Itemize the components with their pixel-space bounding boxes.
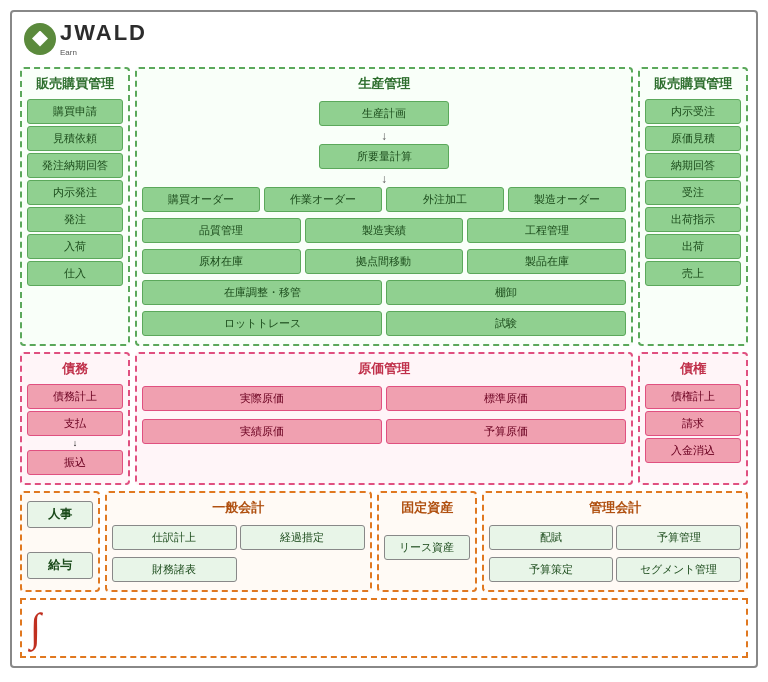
sales-left-title: 販売購買管理 xyxy=(27,75,123,93)
prod-row4: 原材在庫 拠点間移動 製品在庫 xyxy=(142,247,626,276)
sr-item-4[interactable]: 出荷指示 xyxy=(645,207,741,232)
prod-tanaoroshi[interactable]: 棚卸 xyxy=(386,280,626,305)
sales-right-title: 販売購買管理 xyxy=(645,75,741,93)
mgmt-acc-section: 管理会計 配賦 予算管理 予算策定 セグメント管理 xyxy=(482,491,749,592)
prod-zaiko-choseii[interactable]: 在庫調整・移管 xyxy=(142,280,382,305)
row1: 販売購買管理 購買申請 見積依頼 発注納期回答 内示発注 発注 入荷 仕入 生産… xyxy=(20,67,748,346)
prod-shoyoryo[interactable]: 所要量計算 xyxy=(319,144,449,169)
debt-arrow: ↓ xyxy=(27,438,123,448)
sl-item-1[interactable]: 見積依頼 xyxy=(27,126,123,151)
general-acc-title: 一般会計 xyxy=(112,499,365,517)
sl-item-3[interactable]: 内示発注 xyxy=(27,180,123,205)
sr-item-0[interactable]: 内示受注 xyxy=(645,99,741,124)
debt-item-2[interactable]: 振込 xyxy=(27,450,123,475)
sr-item-1[interactable]: 原価見積 xyxy=(645,126,741,151)
mgmt-item-2[interactable]: 予算策定 xyxy=(489,557,614,582)
hr-salary-btn[interactable]: 給与 xyxy=(27,552,93,579)
sr-item-2[interactable]: 納期回答 xyxy=(645,153,741,178)
credit-title: 債権 xyxy=(645,360,741,378)
sl-item-4[interactable]: 発注 xyxy=(27,207,123,232)
logo-icon xyxy=(24,23,56,55)
gacc-item-1[interactable]: 経過措定 xyxy=(240,525,365,550)
sl-item-0[interactable]: 購買申請 xyxy=(27,99,123,124)
prod-kounyu-order[interactable]: 購買オーダー xyxy=(142,187,260,212)
sales-left-section: 販売購買管理 購買申請 見積依頼 発注納期回答 内示発注 発注 入荷 仕入 xyxy=(20,67,130,346)
sr-item-6[interactable]: 売上 xyxy=(645,261,741,286)
logo-sub: Earn xyxy=(60,48,147,57)
row3: 人事 給与 一般会計 仕訳計上 経過措定 財務諸表 固定資産 リース資産 xyxy=(20,491,748,592)
cost-item-1[interactable]: 標準原価 xyxy=(386,386,626,411)
production-section: 生産管理 生産計画 ↓ 所要量計算 ↓ 購買オーダー 作業オーダー 外注加工 製… xyxy=(135,67,633,346)
sr-item-5[interactable]: 出荷 xyxy=(645,234,741,259)
sl-item-6[interactable]: 仕入 xyxy=(27,261,123,286)
prod-koutei[interactable]: 工程管理 xyxy=(467,218,626,243)
cost-item-0[interactable]: 実際原価 xyxy=(142,386,382,411)
logo-main: JWALD xyxy=(60,20,147,46)
spacer xyxy=(27,530,93,550)
fixed-assets-title: 固定資産 xyxy=(384,499,470,517)
logo-block: JWALD Earn xyxy=(60,20,147,57)
production-title: 生産管理 xyxy=(142,75,626,93)
debt-item-0[interactable]: 債務計上 xyxy=(27,384,123,409)
cost-item-3[interactable]: 予算原価 xyxy=(386,419,626,444)
page-wrapper: JWALD Earn 販売購買管理 購買申請 見積依頼 発注納期回答 内示発注 … xyxy=(10,10,758,668)
cost-section: 原価管理 実際原価 標準原価 実績原価 予算原価 xyxy=(135,352,633,485)
gacc-item-2[interactable]: 財務諸表 xyxy=(112,557,237,582)
general-acc-grid: 仕訳計上 経過措定 財務諸表 xyxy=(112,523,365,584)
prod-row3: 品質管理 製造実績 工程管理 xyxy=(142,216,626,245)
general-acc-section: 一般会計 仕訳計上 経過措定 財務諸表 xyxy=(105,491,372,592)
prod-seihin-zaiko[interactable]: 製品在庫 xyxy=(467,249,626,274)
hr-section: 人事 給与 xyxy=(20,491,100,592)
prod-gaichuu[interactable]: 外注加工 xyxy=(386,187,504,212)
prod-kyoten[interactable]: 拠点間移動 xyxy=(305,249,464,274)
credit-section: 債権 債権計上 請求 入金消込 xyxy=(638,352,748,485)
prod-seizo-jisseki[interactable]: 製造実績 xyxy=(305,218,464,243)
prod-row6: ロットトレース 試験 xyxy=(142,309,626,338)
arrow-down-2: ↓ xyxy=(142,173,626,185)
hr-title-btn[interactable]: 人事 xyxy=(27,501,93,528)
prod-seisan-keikaku[interactable]: 生産計画 xyxy=(319,101,449,126)
prod-seizo-order[interactable]: 製造オーダー xyxy=(508,187,626,212)
mgmt-item-1[interactable]: 予算管理 xyxy=(616,525,741,550)
mgmt-acc-grid: 配賦 予算管理 予算策定 セグメント管理 xyxy=(489,523,742,584)
fixed-assets-section: 固定資産 リース資産 xyxy=(377,491,477,592)
debt-item-1[interactable]: 支払 xyxy=(27,411,123,436)
integral-sign: ∫ xyxy=(30,608,41,648)
prod-lot-trace[interactable]: ロットトレース xyxy=(142,311,382,336)
arrow-down-1: ↓ xyxy=(142,130,626,142)
prod-hinshitsu[interactable]: 品質管理 xyxy=(142,218,301,243)
mgmt-acc-title: 管理会計 xyxy=(489,499,742,517)
spacer2 xyxy=(384,523,470,533)
cost-title: 原価管理 xyxy=(142,360,626,378)
cost-grid: 実際原価 標準原価 実績原価 予算原価 xyxy=(142,384,626,446)
credit-item-2[interactable]: 入金消込 xyxy=(645,438,741,463)
cost-item-2[interactable]: 実績原価 xyxy=(142,419,382,444)
mgmt-item-0[interactable]: 配賦 xyxy=(489,525,614,550)
prod-shiken[interactable]: 試験 xyxy=(386,311,626,336)
credit-item-0[interactable]: 債権計上 xyxy=(645,384,741,409)
sl-item-2[interactable]: 発注納期回答 xyxy=(27,153,123,178)
integral-row: ∫ xyxy=(20,598,748,658)
main-content: 販売購買管理 購買申請 見積依頼 発注納期回答 内示発注 発注 入荷 仕入 生産… xyxy=(20,67,748,658)
gacc-item-0[interactable]: 仕訳計上 xyxy=(112,525,237,550)
row2: 債務 債務計上 支払 ↓ 振込 原価管理 実際原価 標準原価 実績原価 予算原価… xyxy=(20,352,748,485)
prod-row5: 在庫調整・移管 棚卸 xyxy=(142,278,626,307)
debt-title: 債務 xyxy=(27,360,123,378)
prod-genki-zaiko[interactable]: 原材在庫 xyxy=(142,249,301,274)
credit-item-1[interactable]: 請求 xyxy=(645,411,741,436)
sr-item-3[interactable]: 受注 xyxy=(645,180,741,205)
header: JWALD Earn xyxy=(20,20,748,57)
prod-sagyo-order[interactable]: 作業オーダー xyxy=(264,187,382,212)
sl-item-5[interactable]: 入荷 xyxy=(27,234,123,259)
sales-right-section: 販売購買管理 内示受注 原価見積 納期回答 受注 出荷指示 出荷 売上 xyxy=(638,67,748,346)
debt-section: 債務 債務計上 支払 ↓ 振込 xyxy=(20,352,130,485)
mgmt-item-3[interactable]: セグメント管理 xyxy=(616,557,741,582)
fixed-assets-lease[interactable]: リース資産 xyxy=(384,535,470,560)
prod-row2: 購買オーダー 作業オーダー 外注加工 製造オーダー xyxy=(142,185,626,214)
